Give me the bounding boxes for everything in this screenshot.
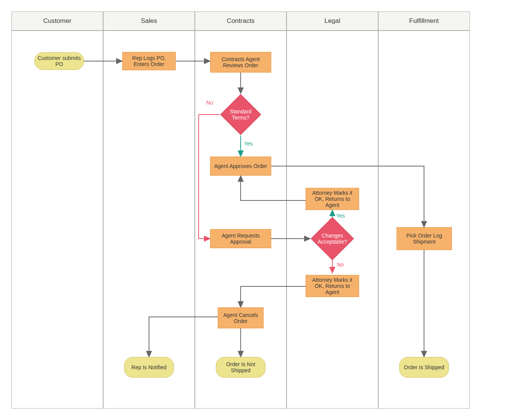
node-label: Order Is Shipped [404,364,444,370]
node-order-not-shipped: Order Is Not Shipped [216,357,265,378]
lane-body-sales [103,31,195,409]
lane-body-contracts [195,31,287,409]
node-attorney-ok-returns: Attorney Marks it OK, Returns to Agent [306,188,359,210]
node-label: Contracts Agent Reviews Order [212,56,269,68]
node-label: Changes Acceptable? [317,233,348,245]
lane-header-contracts: Contracts [195,11,287,31]
node-label: Agent Cancels Order [220,312,262,324]
node-agent-approves: Agent Approves Order [210,157,271,176]
lane-header-fulfillment: Fulfillment [378,11,470,31]
node-label: Agent Approves Order [214,163,267,169]
node-contracts-reviews: Contracts Agent Reviews Order [210,52,271,73]
node-order-shipped: Order Is Shipped [399,357,449,378]
node-label: Pick Order Log Shipment [398,233,450,245]
node-pick-order: Pick Order Log Shipment [397,227,452,250]
node-label: Attorney Marks it OK, Returns to Agent [308,190,357,208]
lane-header-legal: Legal [287,11,378,31]
node-label: Order Is Not Shipped [219,361,263,373]
lane-header-label: Legal [324,17,340,25]
node-label: Rep Is Notified [131,364,167,370]
edge-label-yes-changes: Yes [336,213,345,219]
edge-label-yes-standard-terms: Yes [244,141,253,147]
swimlane-diagram: Customer Sales Contracts Legal Fulfillme… [11,11,470,409]
node-attorney-ok-returns-2: Attorney Marks it OK, Returns to Agent [306,275,359,297]
node-label: Attorney Marks it OK, Returns to Agent [308,277,357,295]
lane-header-customer: Customer [11,11,103,31]
lane-body-customer [11,31,103,409]
node-rep-logs-po: Rep Logs PO, Enters Order [122,52,176,70]
node-changes-acceptable: Changes Acceptable? [311,217,354,260]
edge-label-no-changes: No [337,262,344,268]
node-agent-cancels: Agent Cancels Order [218,307,264,328]
node-label: Standard Terms? [226,108,255,121]
lane-body-fulfillment [378,31,470,409]
node-agent-requests-approval: Agent Requests Approval [210,229,271,248]
node-label: Rep Logs PO, Enters Order [124,55,174,67]
node-customer-submits-po: Customer submits PO [34,52,84,70]
lane-header-label: Contracts [227,17,255,25]
node-rep-notified: Rep Is Notified [124,357,174,378]
lane-header-sales: Sales [103,11,195,31]
edge-label-no-standard-terms: No [206,100,213,106]
lane-header-label: Sales [141,17,157,25]
node-standard-terms: Standard Terms? [220,94,261,135]
lane-header-label: Customer [43,17,71,25]
node-label: Agent Requests Approval [212,233,269,245]
node-label: Customer submits PO [37,55,81,67]
lane-header-label: Fulfillment [409,17,439,25]
